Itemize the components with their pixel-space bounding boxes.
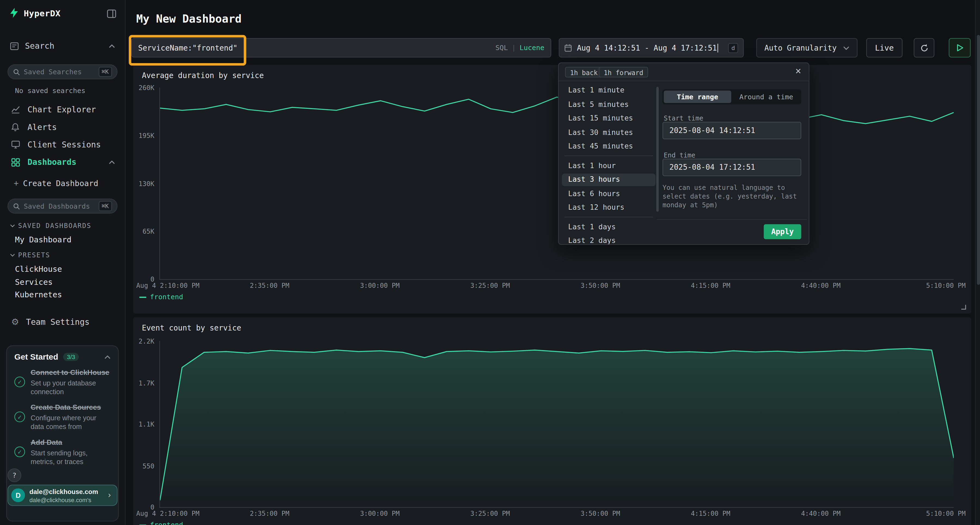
chart-plot-area <box>159 341 954 508</box>
app-root: HyperDX Search Saved Searches ⌘K <box>0 0 980 525</box>
sidebar-item-alerts[interactable]: Alerts <box>11 122 57 132</box>
query-text: ServiceName:"frontend" <box>138 43 237 52</box>
x-axis-tick: 3:50:00 PM <box>581 509 620 517</box>
time-range-value: Aug 4 14:12:51 - Aug 4 17:12:51 <box>577 43 717 52</box>
x-axis-tick: 5:10:00 PM <box>926 509 966 517</box>
time-preset-list: Last 1 minuteLast 5 minutesLast 15 minut… <box>562 84 655 244</box>
tab-around-a-time[interactable]: Around a time <box>733 90 800 103</box>
saved-dashboards-section-header[interactable]: SAVED DASHBOARDS <box>10 222 91 229</box>
scrollbar-thumb[interactable] <box>656 87 659 212</box>
shortcut-badge: ⌘K <box>99 201 112 211</box>
start-time-field[interactable] <box>663 122 802 139</box>
help-button[interactable]: ? <box>8 468 22 482</box>
get-started-item[interactable]: ✓ Add Data Start sending logs, metrics, … <box>14 438 111 466</box>
refresh-icon <box>920 43 928 52</box>
get-started-item[interactable]: ✓ Connect to ClickHouse Set up your data… <box>14 368 111 396</box>
sidebar-item-chart-explorer[interactable]: Chart Explorer <box>11 105 96 114</box>
presets-section-header[interactable]: PRESETS <box>10 251 50 259</box>
get-started-item-title: Add Data <box>31 438 111 447</box>
chart-legend[interactable]: frontend <box>139 521 183 525</box>
time-preset-item[interactable]: Last 15 minutes <box>562 113 655 125</box>
y-axis-tick: 130K <box>133 179 154 187</box>
sql-mode-toggle[interactable]: SQL <box>495 44 508 52</box>
chart-legend[interactable]: frontend <box>139 293 183 301</box>
apply-button[interactable]: Apply <box>764 224 801 239</box>
x-axis-tick: 3:50:00 PM <box>581 282 620 289</box>
search-query-input[interactable]: ServiceName:"frontend" SQL | Lucene <box>131 38 551 57</box>
natural-language-hint: You can use natural language to select d… <box>663 183 804 210</box>
sidebar-item-label: Team Settings <box>26 317 89 326</box>
saved-searches-placeholder: Saved Searches <box>24 68 98 76</box>
sidebar-item-label: Search <box>25 41 109 51</box>
page-scrollbar[interactable] <box>975 0 980 525</box>
refresh-button[interactable] <box>914 38 935 57</box>
popover-header: 1h back 1h forward × <box>559 63 809 81</box>
time-preset-item[interactable]: Last 12 hours <box>562 202 655 214</box>
run-query-button[interactable] <box>949 38 970 57</box>
sidebar-item-services[interactable]: Services <box>15 277 52 286</box>
tab-time-range[interactable]: Time range <box>664 90 731 103</box>
saved-searches-input[interactable]: Saved Searches ⌘K <box>8 64 118 79</box>
time-preset-item[interactable]: Last 1 days <box>562 221 655 233</box>
sidebar-item-client-sessions[interactable]: Client Sessions <box>11 140 101 149</box>
time-preset-item[interactable]: Last 6 hours <box>562 188 655 200</box>
time-preset-item[interactable]: Last 5 minutes <box>562 98 655 111</box>
preset-divider <box>564 217 653 217</box>
shift-forward-button[interactable]: 1h forward <box>599 67 648 78</box>
shift-back-button[interactable]: 1h back <box>565 67 603 78</box>
user-account-row[interactable]: D dale@clickhouse.com dale@clickhouse.co… <box>8 485 118 506</box>
saved-dashboards-input[interactable]: Saved Dashboards ⌘K <box>8 198 118 214</box>
time-preset-item[interactable]: Last 45 minutes <box>562 141 655 153</box>
sidebar-item-team-settings[interactable]: ⚙ Team Settings <box>11 317 89 327</box>
collapse-sidebar-icon[interactable] <box>107 9 116 18</box>
sidebar-item-search[interactable]: Search <box>10 41 115 51</box>
sidebar-item-kubernetes[interactable]: Kubernetes <box>15 290 62 299</box>
sidebar-item-label: Chart Explorer <box>27 105 96 114</box>
get-started-header[interactable]: Get Started 3/3 <box>14 352 111 362</box>
create-dashboard-button[interactable]: + Create Dashboard <box>14 179 99 188</box>
check-circle-icon: ✓ <box>14 447 25 457</box>
legend-label: frontend <box>150 293 183 301</box>
x-axis-tick: 4:15:00 PM <box>691 282 730 289</box>
get-started-item-title: Connect to ClickHouse <box>31 368 111 377</box>
page-title: My New Dashboard <box>136 13 242 25</box>
close-icon[interactable]: × <box>795 65 801 77</box>
time-preset-item[interactable]: Last 30 minutes <box>562 127 655 139</box>
time-preset-item[interactable]: Last 2 days <box>562 235 655 244</box>
x-axis-tick: 5:10:00 PM <box>926 282 966 289</box>
y-axis-tick: 2.2K <box>133 337 154 345</box>
get-started-item[interactable]: ✓ Create Data Sources Configure where yo… <box>14 403 111 431</box>
brand[interactable]: HyperDX <box>9 8 61 18</box>
granularity-value: Auto Granularity <box>764 43 843 52</box>
check-circle-icon: ✓ <box>14 377 25 387</box>
get-started-item-title: Create Data Sources <box>31 403 111 412</box>
x-axis-tick: 4:15:00 PM <box>691 509 730 517</box>
resize-handle-icon[interactable] <box>961 304 966 310</box>
sidebar-item-clickhouse[interactable]: ClickHouse <box>15 264 62 273</box>
chart-title: Event count by service <box>142 324 241 332</box>
section-header-label: PRESETS <box>18 251 50 259</box>
user-email: dale@clickhouse.com <box>29 488 98 495</box>
chevron-down-icon <box>10 224 15 227</box>
sidebar-item-dashboards[interactable]: Dashboards <box>11 157 115 167</box>
scrollbar-thumb[interactable] <box>977 35 980 285</box>
create-dashboard-label: Create Dashboard <box>23 179 98 188</box>
start-time-label: Start time <box>664 114 703 122</box>
time-picker-popover: 1h back 1h forward × Last 1 minuteLast 5… <box>558 63 809 245</box>
granularity-select[interactable]: Auto Granularity <box>756 38 858 57</box>
lucene-mode-toggle[interactable]: Lucene <box>519 44 544 52</box>
sidebar-item-my-dashboard[interactable]: My Dashboard <box>15 235 71 244</box>
time-range-input[interactable]: Aug 4 14:12:51 - Aug 4 17:12:51 d <box>559 38 744 57</box>
shortcut-badge: ⌘K <box>99 67 112 77</box>
monitor-icon <box>11 141 20 149</box>
hyperdx-logo-icon <box>9 8 19 18</box>
time-preset-item[interactable]: Last 1 minute <box>562 84 655 97</box>
end-time-field[interactable] <box>663 159 802 176</box>
live-button[interactable]: Live <box>866 38 902 57</box>
chevron-up-icon <box>104 355 111 359</box>
time-preset-item[interactable]: Last 3 hours <box>562 174 655 186</box>
text-caret <box>718 43 718 52</box>
mode-divider: | <box>512 44 515 52</box>
search-icon <box>13 68 20 75</box>
time-preset-item[interactable]: Last 1 hour <box>562 160 655 172</box>
